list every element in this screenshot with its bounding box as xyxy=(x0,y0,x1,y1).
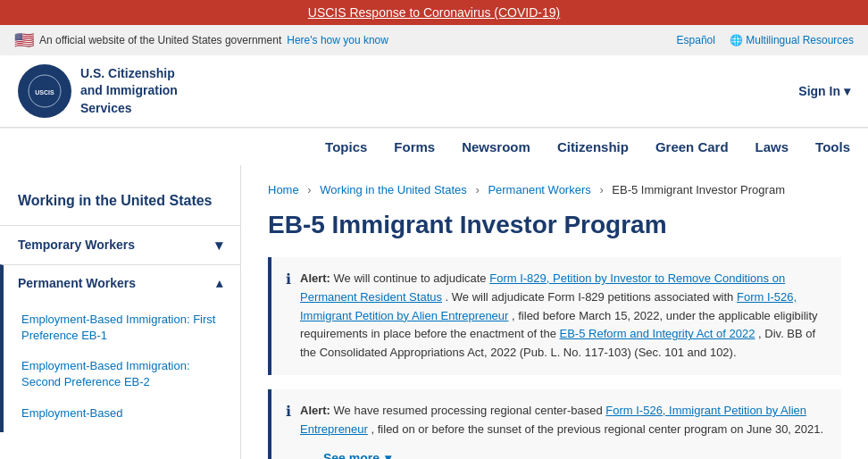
breadcrumb-working-in-us[interactable]: Working in the United States xyxy=(320,183,467,196)
logo-text: U.S. Citizenship and Immigration Service… xyxy=(80,65,178,118)
espanol-link[interactable]: Español xyxy=(677,34,715,46)
page-title: EB-5 Immigrant Investor Program xyxy=(268,211,841,239)
alert-text-2: Alert: We have resumed processing region… xyxy=(300,402,827,459)
breadcrumb-sep-3: › xyxy=(599,183,603,196)
sidebar-section-title: Working in the United States xyxy=(0,183,240,225)
info-icon-1: ℹ xyxy=(286,271,291,363)
chevron-down-icon: ▾ xyxy=(215,237,222,254)
chevron-down-icon: ▾ xyxy=(385,448,391,459)
coronavirus-alert-link[interactable]: USCIS Response to Coronavirus (COVID-19) xyxy=(308,5,560,20)
alert-label-1: Alert: xyxy=(300,271,330,285)
nav-tools[interactable]: Tools xyxy=(815,129,850,165)
breadcrumb-permanent-workers[interactable]: Permanent Workers xyxy=(488,183,590,196)
alert-box-2: ℹ Alert: We have resumed processing regi… xyxy=(268,389,841,459)
info-icon-2: ℹ xyxy=(286,403,291,459)
nav-topics[interactable]: Topics xyxy=(325,129,367,165)
alert-text-before-2: We have resumed processing regional cent… xyxy=(334,404,606,417)
breadcrumb-current: EB-5 Immigrant Investor Program xyxy=(612,183,785,196)
gov-banner-left: 🇺🇸 An official website of the United Sta… xyxy=(14,30,388,50)
coronavirus-alert-bar: USCIS Response to Coronavirus (COVID-19) xyxy=(0,0,868,25)
gov-banner: 🇺🇸 An official website of the United Sta… xyxy=(0,25,868,55)
sidebar-item-permanent-workers[interactable]: Permanent Workers ▴ xyxy=(4,265,240,301)
nav-laws[interactable]: Laws xyxy=(755,129,789,165)
alert-text-1: Alert: We will continue to adjudicate Fo… xyxy=(300,270,827,363)
logo-area: USCIS U.S. Citizenship and Immigration S… xyxy=(18,64,178,118)
alert-box-1: ℹ Alert: We will continue to adjudicate … xyxy=(268,257,841,375)
alert-label-2: Alert: xyxy=(300,404,330,417)
breadcrumb: Home › Working in the United States › Pe… xyxy=(268,183,841,196)
us-flag-icon: 🇺🇸 xyxy=(14,30,34,50)
gov-banner-right: Español 🌐 Multilingual Resources xyxy=(677,34,854,46)
content-wrapper: Working in the United States Temporary W… xyxy=(0,165,868,459)
see-more-button[interactable]: See more ▾ xyxy=(300,439,827,459)
sidebar-item-temporary-workers[interactable]: Temporary Workers ▾ xyxy=(0,226,240,264)
nav-forms[interactable]: Forms xyxy=(394,129,435,165)
uscis-logo-circle: USCIS xyxy=(18,64,71,118)
globe-icon: 🌐 xyxy=(730,34,743,46)
official-site-text: An official website of the United States… xyxy=(39,34,281,46)
sidebar-permanent-workers-links: Employment-Based Immigration: First Pref… xyxy=(4,301,240,432)
nav-newsroom[interactable]: Newsroom xyxy=(462,129,530,165)
sidebar: Working in the United States Temporary W… xyxy=(0,165,241,459)
svg-text:USCIS: USCIS xyxy=(35,89,54,96)
alert-text-before-1: We will continue to adjudicate xyxy=(334,271,490,285)
signin-button[interactable]: Sign In ▾ xyxy=(798,84,850,98)
sidebar-permanent-workers-section: Permanent Workers ▴ Employment-Based Imm… xyxy=(0,264,240,432)
nav-green-card[interactable]: Green Card xyxy=(655,129,729,165)
sidebar-temporary-workers: Temporary Workers ▾ xyxy=(0,225,240,264)
breadcrumb-home[interactable]: Home xyxy=(268,183,299,196)
multilingual-link[interactable]: 🌐 Multilingual Resources xyxy=(730,34,854,46)
nav-citizenship[interactable]: Citizenship xyxy=(557,129,629,165)
sidebar-link-eb2[interactable]: Employment-Based Immigration: Second Pre… xyxy=(4,351,240,397)
main-navigation: Topics Forms Newsroom Citizenship Green … xyxy=(0,128,868,165)
sidebar-link-eb1[interactable]: Employment-Based Immigration: First Pref… xyxy=(4,305,240,351)
alert-link-1c[interactable]: EB-5 Reform and Integrity Act of 2022 xyxy=(560,327,755,340)
main-content: Home › Working in the United States › Pe… xyxy=(241,165,868,459)
site-header: USCIS U.S. Citizenship and Immigration S… xyxy=(0,55,868,128)
alert-text-after-2: , filed on or before the sunset of the p… xyxy=(371,422,824,436)
alert-text-mid1-1: . We will adjudicate Form I-829 petition… xyxy=(446,290,737,304)
breadcrumb-sep-2: › xyxy=(475,183,479,196)
chevron-up-icon: ▴ xyxy=(216,276,222,290)
heres-how-link[interactable]: Here's how you know xyxy=(287,34,388,46)
breadcrumb-sep-1: › xyxy=(307,183,311,196)
sidebar-link-eb3[interactable]: Employment-Based xyxy=(4,398,240,429)
